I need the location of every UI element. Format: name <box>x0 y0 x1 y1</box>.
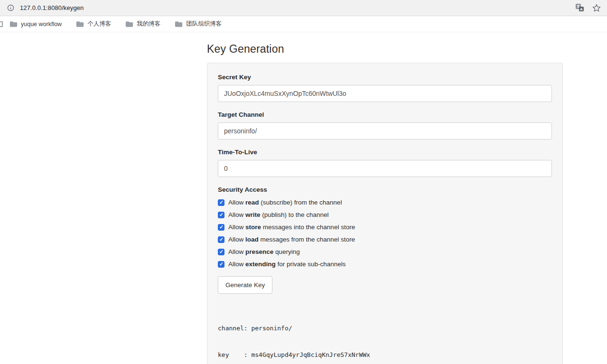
keygen-form-panel: Secret Key Target Channel Time-To-Live S… <box>207 63 563 364</box>
output-channel-line: channel: personinfo/ <box>218 324 552 333</box>
secret-key-input[interactable] <box>218 85 552 102</box>
generate-key-button[interactable]: Generate Key <box>218 276 272 294</box>
bookmark-label: 我的博客 <box>137 20 160 28</box>
allow-extending-row[interactable]: Allow extending for private sub-channels <box>218 261 552 268</box>
bookmark-label: 团队组织博客 <box>186 20 222 28</box>
partial-bookmark-icon[interactable] <box>0 21 3 27</box>
folder-icon <box>125 21 133 28</box>
folder-icon <box>76 21 84 28</box>
bookmark-item[interactable]: 我的博客 <box>125 20 160 28</box>
target-channel-input[interactable] <box>218 122 552 140</box>
bookmark-item[interactable]: 个人博客 <box>76 20 111 28</box>
star-icon[interactable] <box>592 4 601 12</box>
svg-text:A: A <box>580 7 583 11</box>
allow-read-label: Allow read (subscribe) from the channel <box>228 199 342 206</box>
page-title: Key Generation <box>207 43 607 56</box>
folder-icon <box>9 21 18 28</box>
bookmarks-bar: yuque workflow 个人博客 我的博客 团队组织博客 <box>0 16 607 32</box>
bookmark-item[interactable]: yuque workflow <box>9 21 62 28</box>
security-access-label: Security Access <box>218 186 552 193</box>
output-key-line: key : ms4GqyLupd4yrJqBciqKnJreS7xNrWWx <box>218 351 552 360</box>
allow-write-label: Allow write (publish) to the channel <box>228 211 329 218</box>
allow-read-row[interactable]: Allow read (subscribe) from the channel <box>218 199 552 206</box>
allow-presence-checkbox[interactable] <box>218 249 224 255</box>
allow-write-checkbox[interactable] <box>218 212 224 218</box>
allow-presence-row[interactable]: Allow presence querying <box>218 248 552 255</box>
security-options: Allow read (subscribe) from the channel … <box>218 199 552 268</box>
bookmark-item[interactable]: 团队组织博客 <box>175 20 222 28</box>
allow-store-row[interactable]: Allow store messages into the channel st… <box>218 224 552 231</box>
url-bar[interactable]: 127.0.0.1:8080/keygen A <box>0 0 607 16</box>
ttl-label: Time-To-Live <box>218 149 552 156</box>
allow-extending-checkbox[interactable] <box>218 261 224 268</box>
page-content: Key Generation Secret Key Target Channel… <box>0 32 607 364</box>
ttl-input[interactable] <box>218 160 552 177</box>
allow-store-label: Allow store messages into the channel st… <box>228 224 355 231</box>
allow-extending-label: Allow extending for private sub-channels <box>228 261 346 268</box>
allow-write-row[interactable]: Allow write (publish) to the channel <box>218 211 552 218</box>
info-icon[interactable] <box>6 4 15 12</box>
allow-store-checkbox[interactable] <box>218 224 224 231</box>
key-output: channel: personinfo/ key : ms4GqyLupd4yr… <box>218 307 552 364</box>
folder-icon <box>175 21 183 28</box>
secret-key-label: Secret Key <box>218 74 552 81</box>
translate-icon[interactable]: A <box>575 3 584 12</box>
allow-load-label: Allow load messages from the channel sto… <box>228 236 355 243</box>
allow-read-checkbox[interactable] <box>218 199 224 206</box>
allow-presence-label: Allow presence querying <box>228 248 300 255</box>
target-channel-label: Target Channel <box>218 111 552 118</box>
bookmark-label: yuque workflow <box>21 21 62 28</box>
allow-load-checkbox[interactable] <box>218 236 224 243</box>
url-text: 127.0.0.1:8080/keygen <box>20 4 84 11</box>
bookmark-label: 个人博客 <box>87 20 111 28</box>
allow-load-row[interactable]: Allow load messages from the channel sto… <box>218 236 552 243</box>
